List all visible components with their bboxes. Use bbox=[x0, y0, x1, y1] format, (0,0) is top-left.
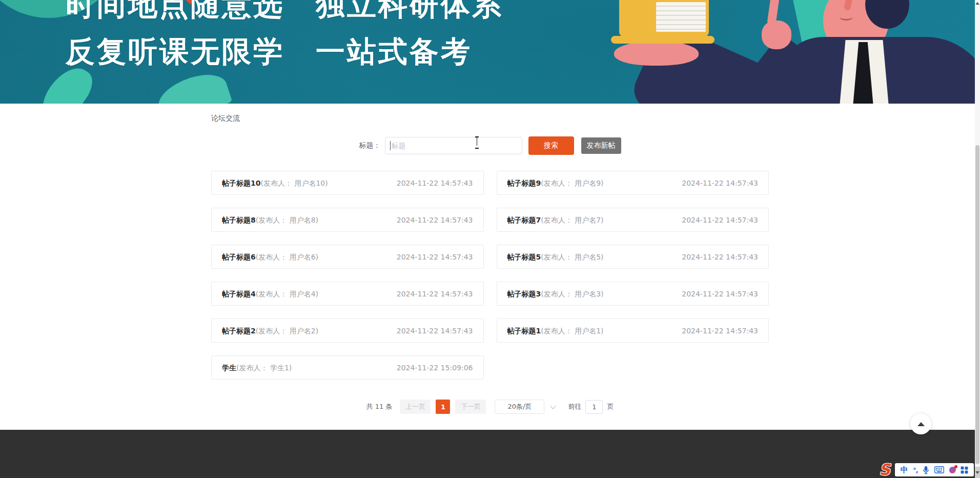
pagination: 共 11 条 上一页 1 下一页 20条/页 前往 页 bbox=[211, 400, 769, 414]
post-card[interactable]: 帖子标题6(发布人： 用户名6) 2024-11-22 14:57:43 bbox=[211, 245, 484, 269]
post-heading: 帖子标题6(发布人： 用户名6) bbox=[222, 252, 318, 262]
footer bbox=[0, 430, 975, 478]
post-card[interactable]: 帖子标题7(发布人： 用户名7) 2024-11-22 14:57:43 bbox=[497, 208, 769, 232]
post-time: 2024-11-22 14:57:43 bbox=[397, 216, 473, 224]
post-title: 帖子标题8 bbox=[222, 216, 256, 224]
post-time: 2024-11-22 15:09:06 bbox=[397, 364, 473, 372]
pointing-hand-graphic bbox=[762, 21, 791, 49]
book-base-graphic bbox=[611, 36, 714, 44]
post-heading: 帖子标题3(发布人： 用户名3) bbox=[507, 289, 604, 299]
scrollbar-thumb[interactable] bbox=[975, 145, 979, 464]
post-title: 帖子标题6 bbox=[222, 253, 256, 261]
post-heading: 帖子标题7(发布人： 用户名7) bbox=[507, 215, 604, 225]
sogou-logo-icon[interactable]: S bbox=[875, 462, 894, 478]
post-time: 2024-11-22 14:57:43 bbox=[682, 179, 758, 187]
post-time: 2024-11-22 14:57:43 bbox=[397, 290, 473, 298]
goto-suffix-label: 页 bbox=[607, 402, 614, 411]
post-byline: (发布人： 学生1) bbox=[236, 364, 292, 372]
post-card[interactable]: 帖子标题4(发布人： 用户名4) 2024-11-22 14:57:43 bbox=[211, 282, 484, 306]
post-title: 帖子标题1 bbox=[507, 327, 541, 335]
post-title: 帖子标题3 bbox=[507, 290, 541, 298]
post-time: 2024-11-22 14:57:43 bbox=[397, 327, 473, 335]
post-title: 帖子标题4 bbox=[222, 290, 256, 298]
post-title: 帖子标题10 bbox=[222, 179, 260, 187]
title-search-input[interactable] bbox=[385, 137, 522, 154]
post-heading: 帖子标题5(发布人： 用户名5) bbox=[507, 252, 604, 262]
post-time: 2024-11-22 14:57:43 bbox=[682, 327, 758, 335]
back-to-top-button[interactable] bbox=[910, 413, 931, 434]
ime-toolbox-icon[interactable] bbox=[961, 466, 968, 474]
post-card[interactable]: 帖子标题2(发布人： 用户名2) 2024-11-22 14:57:43 bbox=[211, 318, 484, 343]
text-cursor-icon bbox=[475, 136, 479, 147]
post-heading: 帖子标题10(发布人： 用户名10) bbox=[222, 178, 328, 188]
post-heading: 帖子标题8(发布人： 用户名8) bbox=[222, 215, 318, 225]
post-time: 2024-11-22 14:57:43 bbox=[682, 290, 758, 298]
search-bar: 标题： 搜索 发布新帖 bbox=[211, 136, 769, 155]
scroll-down-arrow-icon[interactable] bbox=[975, 467, 980, 478]
screen: 时间地点随意选 独立科研体系 反复听课无限学 一站式备考 论坛交流 bbox=[0, 0, 980, 478]
punctuation-icon[interactable]: °, bbox=[913, 466, 917, 474]
post-card[interactable]: 帖子标题8(发布人： 用户名8) 2024-11-22 14:57:43 bbox=[211, 208, 484, 232]
chinese-mode-icon[interactable]: 中 bbox=[901, 465, 908, 475]
new-post-button[interactable]: 发布新帖 bbox=[581, 137, 621, 154]
hero-banner: 时间地点随意选 独立科研体系 反复听课无限学 一站式备考 bbox=[0, 0, 975, 104]
page-size-select[interactable]: 20条/页 bbox=[495, 400, 544, 414]
page-size-value: 20条/页 bbox=[507, 402, 532, 411]
person-smile-graphic bbox=[840, 13, 853, 21]
post-title: 帖子标题2 bbox=[222, 327, 256, 335]
post-byline: (发布人： 用户名5) bbox=[541, 253, 603, 261]
post-byline: (发布人： 用户名7) bbox=[541, 216, 603, 224]
up-arrow-icon bbox=[917, 422, 925, 426]
post-title: 帖子标题7 bbox=[507, 216, 541, 224]
post-title: 帖子标题9 bbox=[507, 179, 541, 187]
page-1-button[interactable]: 1 bbox=[436, 400, 450, 414]
post-card[interactable]: 帖子标题5(发布人： 用户名5) 2024-11-22 14:57:43 bbox=[497, 245, 769, 269]
post-byline: (发布人： 用户名2) bbox=[256, 327, 318, 335]
post-card[interactable]: 帖子标题1(发布人： 用户名1) 2024-11-22 14:57:43 bbox=[497, 318, 769, 343]
banner-leaf-decoration bbox=[153, 68, 233, 104]
scrollbar[interactable] bbox=[975, 0, 980, 478]
post-card[interactable]: 学生(发布人： 学生1) 2024-11-22 15:09:06 bbox=[211, 355, 484, 380]
ime-bar: 中 °, bbox=[895, 463, 974, 476]
prev-page-button[interactable]: 上一页 bbox=[400, 400, 431, 414]
post-byline: (发布人： 用户名3) bbox=[541, 290, 603, 298]
chevron-down-icon[interactable] bbox=[550, 404, 556, 409]
post-heading: 帖子标题1(发布人： 用户名1) bbox=[507, 326, 604, 336]
post-byline: (发布人： 用户名4) bbox=[256, 290, 318, 298]
microphone-icon[interactable] bbox=[923, 466, 929, 474]
total-count-label: 共 11 条 bbox=[366, 402, 393, 411]
next-page-button[interactable]: 下一页 bbox=[455, 400, 486, 414]
post-heading: 帖子标题4(发布人： 用户名4) bbox=[222, 289, 318, 299]
scroll-up-arrow-icon[interactable] bbox=[975, 2, 979, 5]
post-title: 学生 bbox=[222, 364, 236, 372]
post-byline: (发布人： 用户名8) bbox=[256, 216, 318, 224]
text-caret bbox=[390, 141, 391, 150]
ime-toolbar: S 中 °, bbox=[875, 462, 974, 478]
post-byline: (发布人： 用户名10) bbox=[260, 179, 328, 187]
post-title: 帖子标题5 bbox=[507, 253, 541, 261]
keyboard-icon[interactable] bbox=[934, 466, 944, 473]
search-button[interactable]: 搜索 bbox=[528, 136, 574, 155]
banner-slogans: 时间地点随意选 独立科研体系 反复听课无限学 一站式备考 bbox=[66, 0, 503, 69]
title-filter-label: 标题： bbox=[359, 141, 381, 150]
post-card[interactable]: 帖子标题3(发布人： 用户名3) 2024-11-22 14:57:43 bbox=[497, 282, 769, 306]
post-grid: 帖子标题10(发布人： 用户名10) 2024-11-22 14:57:43 帖… bbox=[211, 171, 769, 380]
post-byline: (发布人： 用户名1) bbox=[541, 327, 603, 335]
ime-skin-icon[interactable] bbox=[949, 467, 956, 473]
post-time: 2024-11-22 14:57:43 bbox=[682, 253, 758, 261]
post-card[interactable]: 帖子标题9(发布人： 用户名9) 2024-11-22 14:57:43 bbox=[497, 171, 769, 195]
post-heading: 帖子标题2(发布人： 用户名2) bbox=[222, 326, 318, 336]
post-time: 2024-11-22 14:57:43 bbox=[397, 253, 473, 261]
post-byline: (发布人： 用户名9) bbox=[541, 179, 603, 187]
goto-label: 前往 bbox=[568, 402, 581, 411]
goto-page-input[interactable] bbox=[585, 400, 603, 414]
page-title: 论坛交流 bbox=[211, 114, 769, 123]
post-byline: (发布人： 用户名6) bbox=[256, 253, 318, 261]
main-content: 论坛交流 标题： 搜索 发布新帖 帖子标题10(发布人： 用户名10) 2024… bbox=[0, 104, 975, 430]
post-card[interactable]: 帖子标题10(发布人： 用户名10) 2024-11-22 14:57:43 bbox=[211, 171, 484, 195]
book-pages-graphic bbox=[656, 2, 706, 32]
banner-slogan-line1: 时间地点随意选 独立科研体系 bbox=[66, 0, 503, 23]
palm-graphic bbox=[614, 41, 699, 66]
banner-slogan-line2: 反复听课无限学 一站式备考 bbox=[66, 33, 503, 69]
post-heading: 学生(发布人： 学生1) bbox=[222, 363, 292, 373]
